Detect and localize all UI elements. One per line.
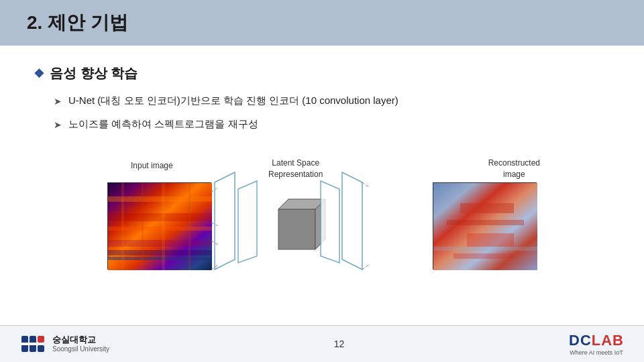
diagram-area: Input image Latent Space Representation … — [34, 145, 610, 300]
svg-rect-34 — [21, 343, 36, 345]
bullet-arrow: ➤ — [54, 95, 62, 109]
main-content: 음성 향상 학습 ➤ U-Net (대칭 오토 인코더)기반으로 학습 진행 인… — [0, 46, 644, 300]
section-title: 음성 향상 학습 — [34, 64, 610, 82]
svg-line-23 — [362, 265, 369, 269]
svg-rect-32 — [38, 336, 44, 343]
list-item: ➤ 노이즈를 예측하여 스펙트로그램을 재구성 — [54, 117, 610, 132]
svg-rect-25 — [460, 203, 514, 213]
dclab-title: DCLAB — [569, 332, 624, 349]
svg-marker-17 — [342, 172, 362, 269]
dclab-subtitle: Where AI meets IoT — [570, 349, 623, 356]
list-item: ➤ U-Net (대칭 오토 인코더)기반으로 학습 진행 인코더 (10 co… — [54, 93, 610, 109]
footer: 숭실대학교 Soongsil University 12 DCLAB Where… — [0, 325, 644, 362]
reconstructed-image — [433, 182, 537, 269]
reconstructed-svg — [433, 183, 537, 270]
ssu-emblem-icon — [20, 330, 47, 357]
header-bar: 2. 제안 기법 — [0, 0, 644, 46]
svg-rect-26 — [447, 220, 524, 225]
svg-marker-11 — [215, 172, 235, 269]
svg-rect-28 — [433, 247, 537, 251]
svg-rect-29 — [453, 253, 514, 259]
dclab-logo: DCLAB Where AI meets IoT — [569, 332, 624, 356]
svg-rect-27 — [467, 233, 514, 247]
svg-marker-16 — [321, 181, 339, 263]
svg-rect-33 — [38, 345, 44, 352]
page-number: 12 — [334, 339, 345, 349]
svg-line-22 — [362, 182, 369, 187]
bullet-list: ➤ U-Net (대칭 오토 인코더)기반으로 학습 진행 인코더 (10 co… — [34, 93, 610, 132]
ssu-text: 숭실대학교 Soongsil University — [52, 335, 109, 353]
svg-marker-12 — [238, 181, 257, 263]
ssu-logo: 숭실대학교 Soongsil University — [20, 330, 109, 357]
bullet-arrow: ➤ — [54, 118, 62, 132]
footer-left: 숭실대학교 Soongsil University — [20, 330, 109, 357]
page-title: 2. 제안 기법 — [27, 10, 128, 36]
svg-rect-13 — [278, 209, 315, 249]
